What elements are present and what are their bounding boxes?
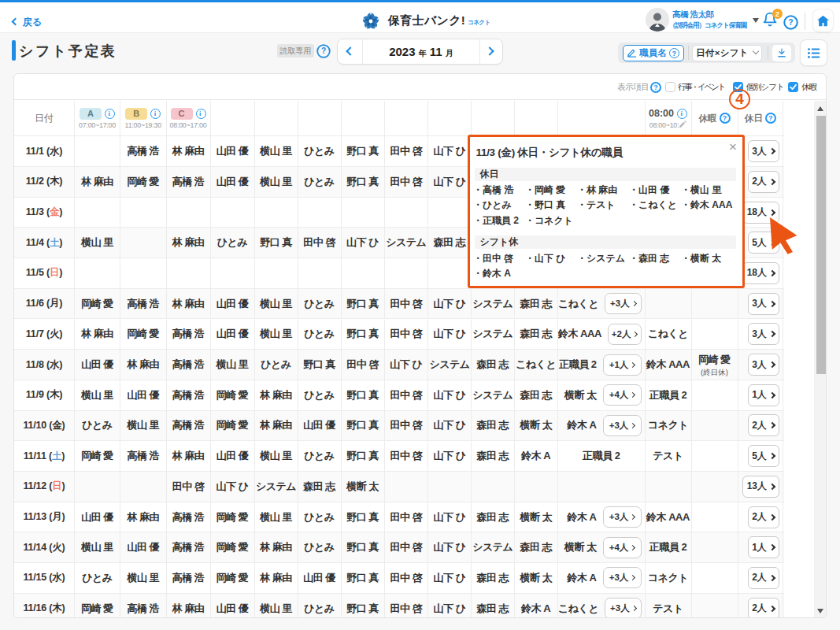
svg-text:?: ? [788,18,793,27]
svg-text:?: ? [321,46,326,55]
